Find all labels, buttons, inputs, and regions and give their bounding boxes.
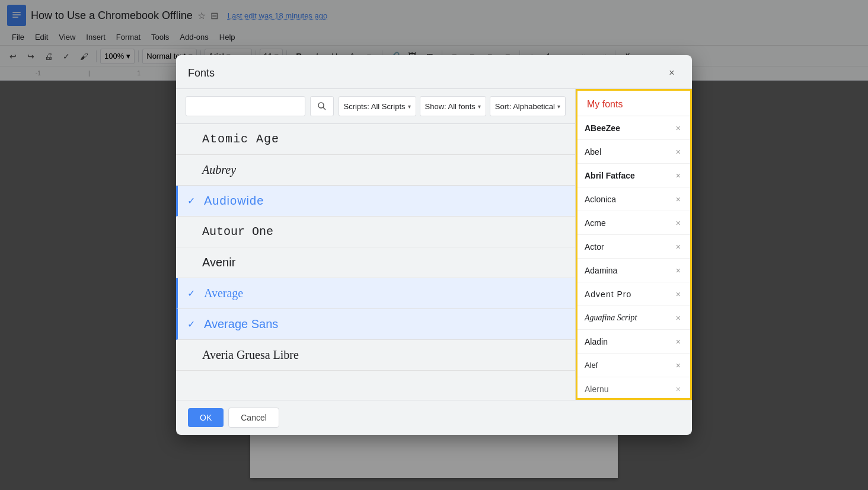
close-button[interactable]: × — [663, 65, 680, 81]
font-name-audiowide: Audiowide — [204, 194, 264, 208]
my-font-remove-actor[interactable]: × — [674, 241, 683, 253]
checkmark-averia-gruesa-libre — [186, 350, 195, 361]
my-font-remove-aclonica[interactable]: × — [674, 193, 683, 205]
font-item-extra[interactable] — [176, 371, 575, 400]
my-font-name-acme: Acme — [585, 218, 674, 228]
my-font-name-actor: Actor — [585, 242, 674, 252]
my-font-name-advent-pro: Advent Pro — [585, 289, 674, 299]
my-font-item-abril-fatface[interactable]: Abril Fatface × — [577, 164, 690, 187]
font-list-panel: Scripts: All Scripts ▾ Show: All fonts ▾… — [176, 89, 576, 400]
my-font-item-abeezee[interactable]: ABeeZee × — [577, 116, 690, 140]
my-font-name-abeezee: ABeeZee — [585, 123, 674, 133]
show-dropdown[interactable]: Show: All fonts ▾ — [420, 96, 486, 116]
font-search-input[interactable] — [186, 96, 305, 116]
font-item-avenir[interactable]: Avenir — [176, 247, 575, 278]
my-font-item-alef[interactable]: Alef × — [577, 354, 690, 377]
dialog-title: Fonts — [188, 67, 215, 79]
font-search-bar: Scripts: All Scripts ▾ Show: All fonts ▾… — [176, 89, 575, 124]
sort-dropdown[interactable]: Sort: Alphabetical ▾ — [490, 96, 566, 116]
font-filters: Scripts: All Scripts ▾ Show: All fonts ▾… — [339, 96, 566, 116]
my-font-item-alernu[interactable]: Alernu × — [577, 377, 690, 398]
font-name-average: Average — [204, 287, 243, 300]
my-font-item-aguafina-script[interactable]: Aguafina Script × — [577, 306, 690, 330]
checkmark-aubrey — [186, 165, 195, 176]
my-font-remove-acme[interactable]: × — [674, 217, 683, 229]
cancel-button[interactable]: Cancel — [228, 408, 279, 428]
my-font-name-aguafina-script: Aguafina Script — [585, 313, 674, 323]
svg-point-4 — [318, 103, 324, 108]
my-font-name-adamina: Adamina — [585, 266, 674, 275]
my-font-remove-advent-pro[interactable]: × — [674, 288, 683, 300]
font-name-atomic-age: Atomic Age — [202, 132, 279, 146]
font-name-aubrey: Aubrey — [202, 163, 236, 177]
my-fonts-title: My fonts — [577, 91, 690, 116]
my-font-name-abril-fatface: Abril Fatface — [585, 171, 674, 180]
fonts-dialog: Fonts × Scripts: Al — [176, 55, 692, 435]
font-name-averia-gruesa-libre: Averia Gruesa Libre — [202, 348, 299, 362]
my-font-remove-adamina[interactable]: × — [674, 265, 683, 276]
font-name-avenir: Avenir — [202, 256, 235, 269]
dialog-header: Fonts × — [176, 55, 692, 89]
my-font-name-abel: Abel — [585, 147, 674, 157]
font-item-audiowide[interactable]: ✓ Audiowide — [176, 186, 575, 217]
my-font-item-aclonica[interactable]: Aclonica × — [577, 187, 690, 211]
my-font-item-adamina[interactable]: Adamina × — [577, 259, 690, 282]
my-font-name-alef: Alef — [585, 361, 674, 370]
checkmark-audiowide: ✓ — [187, 195, 197, 206]
ok-button[interactable]: OK — [188, 408, 224, 427]
my-font-remove-aladin[interactable]: × — [674, 336, 683, 348]
my-font-item-aladin[interactable]: Aladin × — [577, 330, 690, 354]
modal-overlay: Fonts × Scripts: Al — [0, 0, 868, 490]
checkmark-average: ✓ — [187, 288, 197, 299]
my-font-item-advent-pro[interactable]: Advent Pro × — [577, 282, 690, 306]
font-name-autour-one: Autour One — [202, 225, 273, 238]
my-font-remove-abeezee[interactable]: × — [674, 122, 683, 134]
font-search-button[interactable] — [310, 96, 334, 116]
checkmark-average-sans: ✓ — [187, 319, 197, 330]
font-item-average[interactable]: ✓ Average — [176, 278, 575, 309]
my-font-name-alernu: Alernu — [585, 384, 674, 394]
font-item-autour-one[interactable]: Autour One — [176, 217, 575, 247]
dialog-body: Scripts: All Scripts ▾ Show: All fonts ▾… — [176, 89, 692, 400]
font-item-atomic-age[interactable]: Atomic Age — [176, 124, 575, 155]
my-font-remove-alef[interactable]: × — [674, 359, 683, 371]
checkmark-avenir — [186, 257, 195, 268]
font-item-average-sans[interactable]: ✓ Average Sans — [176, 309, 575, 340]
svg-line-5 — [323, 107, 326, 110]
checkmark-atomic-age — [186, 134, 195, 145]
my-font-name-aclonica: Aclonica — [585, 195, 674, 204]
my-fonts-list: ABeeZee × Abel × Abril Fatface × — [577, 116, 690, 398]
my-fonts-panel: My fonts ABeeZee × Abel × Abril Fatface — [576, 89, 692, 400]
checkmark-autour-one — [186, 227, 195, 237]
scripts-dropdown[interactable]: Scripts: All Scripts ▾ — [339, 96, 416, 116]
my-font-item-acme[interactable]: Acme × — [577, 211, 690, 235]
dialog-footer: OK Cancel — [176, 400, 692, 435]
my-font-remove-alernu[interactable]: × — [674, 383, 683, 395]
my-font-remove-abril-fatface[interactable]: × — [674, 170, 683, 182]
my-font-remove-aguafina-script[interactable]: × — [674, 312, 683, 324]
my-font-item-actor[interactable]: Actor × — [577, 235, 690, 259]
my-font-remove-abel[interactable]: × — [674, 146, 683, 158]
font-item-aubrey[interactable]: Aubrey — [176, 155, 575, 186]
font-name-average-sans: Average Sans — [204, 317, 278, 331]
font-list: Atomic Age Aubrey ✓ Audiowide — [176, 124, 575, 400]
my-font-name-aladin: Aladin — [585, 337, 674, 346]
my-font-item-abel[interactable]: Abel × — [577, 140, 690, 164]
font-item-averia-gruesa-libre[interactable]: Averia Gruesa Libre — [176, 340, 575, 371]
